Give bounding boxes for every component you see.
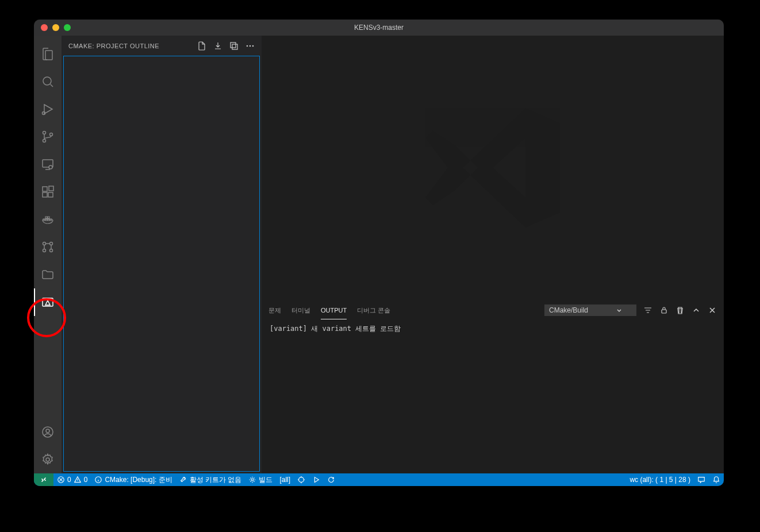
svg-rect-19: [231, 43, 236, 48]
sidebar: CMAKE: PROJECT OUTLINE: [62, 36, 262, 473]
sidebar-content[interactable]: [63, 56, 260, 472]
feedback-icon[interactable]: [694, 473, 709, 486]
filter-icon[interactable]: [643, 306, 652, 315]
output-line: [variant] 새 variant 세트를 로드함: [270, 324, 716, 334]
source-control-icon[interactable]: [34, 123, 62, 151]
svg-rect-8: [43, 192, 47, 197]
build-status[interactable]: 빌드: [245, 473, 276, 486]
bottom-panel: 문제 터미널 OUTPUT 디버그 콘솔 CMake/Build: [262, 300, 724, 473]
svg-point-14: [50, 249, 53, 252]
activitybar: [34, 36, 62, 473]
window-body: CMAKE: PROJECT OUTLINE 문제 터미널 OUTPUT: [34, 36, 724, 473]
window-title: KENSv3-master: [354, 24, 404, 32]
vscode-watermark-icon: [418, 93, 567, 242]
clear-icon[interactable]: [675, 306, 685, 315]
output-tab[interactable]: OUTPUT: [321, 304, 347, 316]
svg-point-21: [247, 45, 248, 47]
cmake-icon[interactable]: [34, 288, 62, 316]
svg-rect-9: [48, 192, 53, 197]
debug-launch-icon[interactable]: [294, 473, 309, 486]
svg-rect-10: [49, 186, 53, 191]
svg-point-22: [250, 45, 251, 47]
minimize-button[interactable]: [52, 24, 59, 31]
svg-point-1: [43, 112, 45, 115]
debug-console-tab[interactable]: 디버그 콘솔: [357, 304, 390, 317]
svg-point-2: [43, 132, 46, 134]
lock-icon[interactable]: [659, 306, 669, 315]
git-graph-icon[interactable]: [34, 233, 62, 261]
problems-status[interactable]: 0 0: [53, 473, 91, 486]
terminal-tab[interactable]: 터미널: [291, 304, 310, 317]
remote-indicator[interactable]: [34, 473, 53, 486]
explorer-icon[interactable]: [34, 40, 62, 68]
run-debug-icon[interactable]: [34, 95, 62, 123]
chevron-down-icon: [616, 307, 623, 314]
problems-tab[interactable]: 문제: [268, 304, 281, 317]
close-button[interactable]: [41, 24, 48, 31]
warning-icon: [74, 476, 82, 484]
wrench-icon: [179, 476, 187, 484]
vscode-window: KENSv3-master: [34, 20, 724, 486]
svg-rect-24: [662, 310, 666, 313]
panel-tabs: 문제 터미널 OUTPUT 디버그 콘솔 CMake/Build: [262, 300, 724, 321]
wc-status[interactable]: wc (all): ( 1 | 5 | 28 ): [626, 473, 694, 486]
cmake-status[interactable]: CMake: [Debug]: 준비: [91, 473, 175, 486]
maximize-panel-icon[interactable]: [692, 306, 701, 315]
search-icon[interactable]: [34, 68, 62, 95]
editor-area: [262, 36, 724, 300]
svg-point-18: [46, 458, 49, 461]
svg-point-17: [46, 429, 49, 433]
svg-point-3: [43, 140, 46, 142]
sidebar-header: CMAKE: PROJECT OUTLINE: [62, 36, 262, 56]
statusbar: 0 0 CMake: [Debug]: 준비 활성 키트가 없음 빌드 [all…: [34, 473, 724, 486]
svg-rect-20: [232, 44, 237, 49]
error-icon: [57, 476, 65, 484]
run-icon[interactable]: [309, 473, 324, 486]
collapse-icon[interactable]: [229, 41, 239, 51]
remote-explorer-icon[interactable]: [34, 151, 62, 178]
output-channel-select[interactable]: CMake/Build: [544, 304, 636, 316]
titlebar: KENSv3-master: [34, 20, 724, 36]
project-manager-icon[interactable]: [34, 261, 62, 288]
svg-point-4: [50, 133, 53, 136]
settings-gear-icon[interactable]: [34, 446, 62, 473]
more-icon[interactable]: [245, 41, 255, 51]
info-icon: [94, 476, 102, 484]
output-content[interactable]: [variant] 새 variant 세트를 로드함: [262, 321, 724, 473]
svg-point-6: [49, 165, 52, 169]
refresh-icon[interactable]: [324, 473, 339, 486]
traffic-lights: [34, 24, 71, 31]
bell-icon[interactable]: [709, 473, 724, 486]
kit-status[interactable]: 활성 키트가 없음: [176, 473, 245, 486]
docker-icon[interactable]: [34, 206, 62, 233]
maximize-button[interactable]: [64, 24, 71, 31]
svg-point-12: [43, 249, 46, 252]
target-status[interactable]: [all]: [276, 473, 294, 486]
new-file-icon[interactable]: [197, 41, 206, 51]
svg-point-13: [50, 242, 53, 245]
svg-point-0: [43, 77, 51, 85]
svg-point-11: [43, 242, 46, 245]
save-icon[interactable]: [213, 41, 222, 51]
svg-point-28: [299, 477, 304, 483]
svg-point-27: [252, 479, 254, 481]
sidebar-title: CMAKE: PROJECT OUTLINE: [68, 43, 197, 49]
main-area: 문제 터미널 OUTPUT 디버그 콘솔 CMake/Build: [262, 36, 724, 473]
svg-rect-7: [43, 187, 47, 191]
close-panel-icon[interactable]: [708, 306, 717, 315]
accounts-icon[interactable]: [34, 418, 62, 446]
sidebar-actions: [197, 41, 255, 51]
gear-icon: [248, 476, 256, 484]
svg-point-23: [252, 45, 254, 47]
extensions-icon[interactable]: [34, 178, 62, 206]
